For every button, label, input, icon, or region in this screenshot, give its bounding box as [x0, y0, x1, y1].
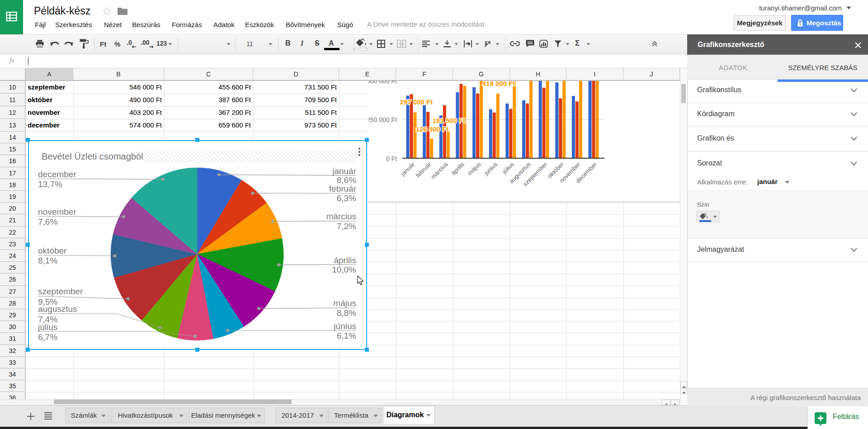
- svg-text:418 000 Ft: 418 000 Ft: [482, 81, 515, 87]
- svg-text:6,3%: 6,3%: [337, 193, 356, 203]
- svg-text:április: április: [334, 255, 356, 265]
- svg-text:250 000 Ft: 250 000 Ft: [368, 116, 397, 123]
- svg-text:július: július: [38, 322, 57, 332]
- svg-text:6,1%: 6,1%: [337, 331, 356, 340]
- svg-text:november: november: [38, 207, 76, 217]
- svg-text:181 500 Ft: 181 500 Ft: [433, 117, 466, 124]
- svg-text:8,6%: 8,6%: [337, 175, 356, 185]
- svg-text:297 000 Ft: 297 000 Ft: [400, 98, 433, 106]
- svg-text:13,7%: 13,7%: [38, 179, 62, 189]
- svg-text:május: május: [466, 160, 482, 177]
- svg-text:7,2%: 7,2%: [337, 222, 356, 231]
- svg-text:január: január: [332, 166, 356, 176]
- svg-text:október: október: [38, 246, 67, 255]
- svg-text:augusztus: augusztus: [38, 304, 77, 314]
- svg-text:július: július: [500, 160, 515, 175]
- svg-text:8,8%: 8,8%: [337, 308, 356, 318]
- svg-text:május: május: [333, 298, 356, 308]
- svg-text:126 500 Ft: 126 500 Ft: [416, 125, 449, 133]
- svg-text:június: június: [483, 160, 499, 177]
- svg-text:március: március: [429, 160, 449, 180]
- svg-text:8,1%: 8,1%: [38, 256, 57, 265]
- svg-text:0 Ft: 0 Ft: [386, 155, 397, 162]
- svg-text:január: január: [399, 160, 416, 178]
- svg-text:szeptember: szeptember: [38, 287, 83, 296]
- svg-text:6,7%: 6,7%: [38, 332, 57, 342]
- svg-text:7,6%: 7,6%: [38, 217, 57, 226]
- svg-text:április: április: [450, 160, 466, 176]
- svg-text:10,0%: 10,0%: [332, 265, 356, 274]
- svg-text:december: december: [38, 170, 76, 179]
- svg-text:500 000 Ft: 500 000 Ft: [368, 81, 397, 85]
- svg-text:Bevétel Üzleti csomagból: Bevétel Üzleti csomagból: [42, 151, 143, 161]
- svg-text:március: március: [326, 212, 356, 221]
- svg-text:február: február: [329, 184, 357, 193]
- svg-text:június: június: [333, 321, 356, 331]
